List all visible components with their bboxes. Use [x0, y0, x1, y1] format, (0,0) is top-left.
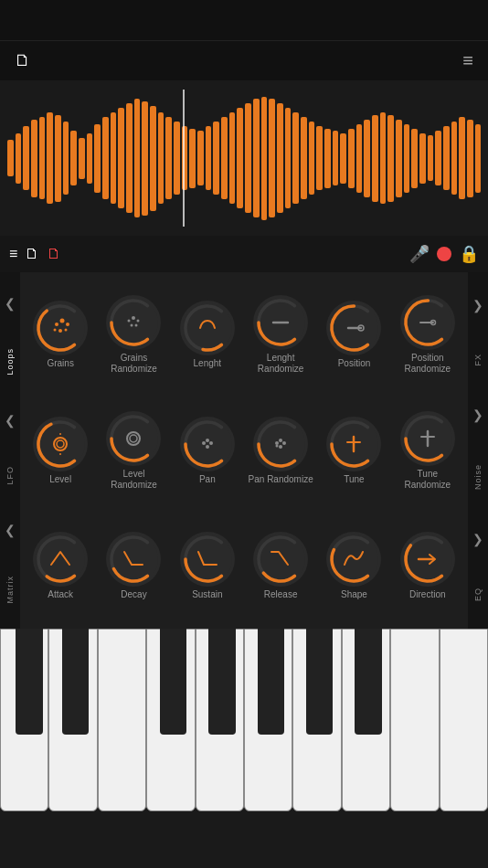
- knob-dots[interactable]: [33, 301, 88, 355]
- knob-item-release: Release: [248, 532, 313, 600]
- knob-release[interactable]: [253, 532, 308, 587]
- svg-point-4: [58, 329, 62, 333]
- knob-item-position-randomize: Position Randomize: [395, 295, 461, 375]
- knob-item-direction: Direction: [395, 532, 461, 600]
- knob-item-tune-randomize: Tune Randomize: [395, 411, 461, 491]
- knob-tune[interactable]: [326, 417, 381, 471]
- waveform-bar: [174, 122, 180, 195]
- knob-wave[interactable]: [33, 417, 88, 471]
- left-mid-arrow[interactable]: ❮: [3, 411, 17, 429]
- knob-item-grains-randomize: Grains Randomize: [101, 295, 166, 375]
- svg-point-22: [36, 419, 85, 469]
- knob-label-release: Release: [264, 589, 298, 600]
- svg-point-31: [202, 441, 206, 445]
- knob-label-sustain: Sustain: [192, 589, 222, 600]
- right-bot-arrow[interactable]: ❯: [471, 530, 485, 548]
- left-bot-arrow[interactable]: ❮: [3, 521, 17, 539]
- knob-grid: Grains Grains Randomize Lenght Lenght Ra…: [20, 272, 468, 629]
- left-side-tabs: ❮ Loops ❮ LFO ❮ Matrix: [0, 272, 20, 629]
- right-top-arrow[interactable]: ❯: [471, 296, 485, 314]
- waveform-bar: [47, 112, 53, 204]
- piano-white-key[interactable]: [390, 629, 439, 811]
- knob-wave2[interactable]: [106, 411, 161, 466]
- sidebar-item-eq[interactable]: EQ: [472, 584, 484, 605]
- piano-white-key[interactable]: [440, 629, 488, 811]
- knob-label-direction: Direction: [409, 589, 445, 600]
- knob-item-attack: Attack: [27, 532, 93, 600]
- svg-point-34: [206, 445, 209, 449]
- sidebar-item-fx[interactable]: FX: [472, 350, 484, 370]
- right-side-tabs: ❯ FX ❯ Noise ❯ EQ: [468, 272, 488, 629]
- waveform-bar: [277, 103, 283, 213]
- waveform-bar: [292, 112, 299, 204]
- knob-dots2[interactable]: [106, 295, 161, 350]
- knob-dash_mid[interactable]: [253, 295, 308, 350]
- toolbar-file-icon1[interactable]: 🗋: [25, 246, 39, 262]
- piano-white-key[interactable]: [98, 629, 146, 811]
- waveform-bar: [165, 117, 172, 199]
- waveform-bar: [387, 115, 394, 202]
- waveform-bar: [380, 112, 387, 204]
- piano-black-key[interactable]: [208, 629, 235, 735]
- sidebar-item-lfo[interactable]: LFO: [4, 462, 16, 489]
- knob-label-dash_right2: Position Randomize: [395, 353, 461, 375]
- waveform-display: [7, 90, 481, 227]
- knob-label-dash_right: Position: [338, 358, 371, 369]
- svg-point-10: [137, 319, 140, 322]
- waveform-area[interactable]: [0, 80, 488, 236]
- svg-point-13: [183, 303, 232, 353]
- piano-black-key[interactable]: [355, 629, 381, 735]
- svg-point-2: [60, 318, 65, 323]
- svg-point-48: [109, 535, 158, 584]
- knob-dash_right[interactable]: [326, 301, 381, 355]
- svg-point-6: [65, 328, 68, 331]
- record-button[interactable]: [437, 247, 451, 261]
- knob-decay[interactable]: [106, 532, 161, 587]
- waveform-bar: [467, 120, 473, 197]
- svg-point-49: [183, 535, 232, 584]
- piano-black-key[interactable]: [160, 629, 186, 735]
- waveform-bar: [126, 103, 133, 213]
- piano-black-key[interactable]: [258, 629, 284, 735]
- knob-dash_right2[interactable]: [400, 295, 455, 350]
- piano-black-key[interactable]: [62, 629, 89, 735]
- sidebar-item-matrix[interactable]: Matrix: [4, 572, 16, 608]
- right-mid-arrow[interactable]: ❯: [471, 406, 485, 424]
- knob-shape[interactable]: [326, 532, 381, 587]
- main-panel: ≡ 🗋 🗋 🎤 🔒 ❮ Loops ❮ LFO ❮ Matrix Grains …: [0, 236, 488, 629]
- piano-keys-container: [0, 629, 488, 811]
- waveform-bar: [134, 99, 141, 217]
- knob-item-sustain: Sustain: [175, 532, 240, 600]
- knob-dots4[interactable]: [253, 417, 308, 471]
- piano-black-key[interactable]: [16, 629, 42, 735]
- lock-icon[interactable]: 🔒: [459, 244, 479, 264]
- knob-sustain[interactable]: [180, 532, 235, 587]
- waveform-bar: [63, 122, 69, 195]
- toolbar-menu-icon[interactable]: ≡: [9, 246, 17, 262]
- piano-black-key[interactable]: [306, 629, 333, 735]
- waveform-bar: [419, 133, 426, 184]
- knob-row-1: Level Level Randomize Pan Pan Randomize …: [24, 394, 464, 508]
- svg-point-35: [256, 419, 305, 469]
- file-icon-left[interactable]: 🗋: [15, 51, 31, 70]
- top-menu-bar: [0, 0, 488, 40]
- knob-label-shape: Shape: [341, 589, 367, 600]
- waveform-bar: [285, 108, 292, 208]
- toolbar-file-icon2[interactable]: 🗋: [47, 246, 61, 262]
- left-top-arrow[interactable]: ❮: [3, 294, 17, 312]
- preset-menu-icon[interactable]: ≡: [462, 50, 473, 71]
- knob-attack[interactable]: [33, 532, 88, 587]
- piano-keyboard[interactable]: [0, 629, 488, 811]
- microphone-icon[interactable]: 🎤: [409, 244, 430, 264]
- knob-tune2[interactable]: [400, 411, 455, 466]
- knob-dots3[interactable]: [180, 417, 235, 471]
- waveform-bar: [459, 117, 465, 199]
- knob-label-tune2: Tune Randomize: [395, 469, 461, 491]
- waveform-bar: [348, 129, 355, 188]
- sidebar-item-noise[interactable]: Noise: [472, 460, 484, 493]
- waveform-bar: [158, 112, 164, 204]
- knob-direction[interactable]: [400, 532, 455, 587]
- waveform-bar: [372, 115, 378, 202]
- knob-arc_left[interactable]: [180, 301, 235, 355]
- sidebar-item-loops[interactable]: Loops: [4, 344, 16, 379]
